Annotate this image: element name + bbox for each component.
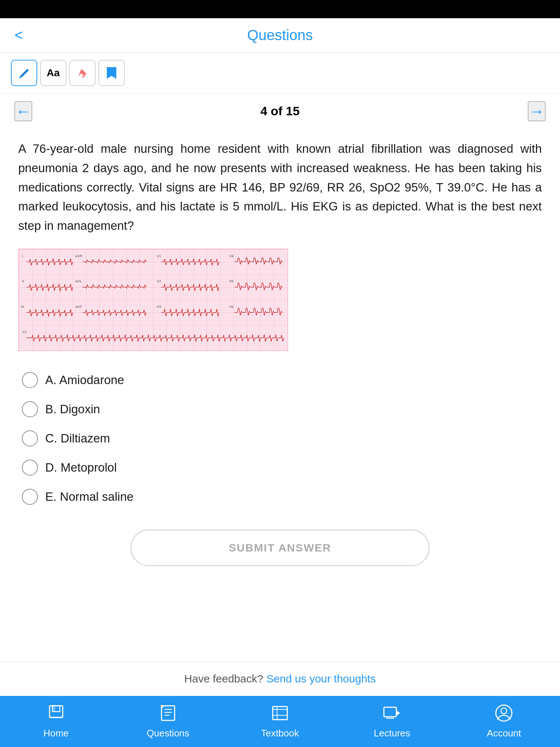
feedback-text: Have feedback? — [184, 673, 263, 685]
svg-rect-20 — [52, 706, 55, 712]
bookmark-button[interactable] — [98, 60, 125, 86]
option-e[interactable]: E. Normal saline — [18, 482, 542, 511]
svg-text:aVL: aVL — [75, 279, 82, 283]
radio-b[interactable] — [22, 401, 38, 417]
svg-text:V2: V2 — [157, 279, 162, 283]
feedback-bar: Have feedback? Send us your thoughts — [0, 661, 560, 696]
nav-textbook[interactable]: Textbook — [224, 704, 336, 739]
nav-home-label: Home — [43, 728, 69, 739]
svg-text:V5: V5 — [229, 279, 234, 283]
radio-d[interactable] — [22, 460, 38, 476]
status-bar — [0, 0, 560, 18]
svg-text:V1: V1 — [22, 330, 27, 334]
option-d-label: D. Metoprolol — [45, 461, 117, 475]
questions-icon — [159, 704, 177, 725]
feedback-link[interactable]: Send us your thoughts — [266, 673, 376, 685]
next-question-button[interactable]: → — [528, 101, 545, 121]
svg-rect-31 — [384, 707, 396, 717]
question-counter: 4 of 15 — [260, 104, 300, 118]
radio-c[interactable] — [22, 430, 38, 446]
svg-rect-22 — [162, 706, 175, 720]
bottom-navigation: Home Questions — [0, 696, 560, 747]
submit-container: SUBMIT ANSWER — [18, 530, 542, 566]
option-e-label: E. Normal saline — [45, 490, 133, 504]
question-text: A 76-year-old male nursing home resident… — [18, 139, 542, 236]
font-icon: Aa — [47, 67, 60, 79]
svg-marker-32 — [396, 710, 400, 716]
svg-rect-26 — [161, 705, 164, 708]
question-navigation: ← 4 of 15 → — [0, 94, 560, 128]
answer-options: A. Amiodarone B. Digoxin C. Diltiazem D.… — [18, 365, 542, 511]
toolbar: Aa — [0, 53, 560, 94]
lectures-icon — [383, 704, 401, 725]
svg-text:II: II — [22, 279, 24, 283]
header-title: Questions — [247, 27, 313, 43]
prev-question-button[interactable]: ← — [15, 101, 32, 121]
header: < Questions — [0, 18, 560, 53]
option-d[interactable]: D. Metoprolol — [18, 453, 542, 482]
textbook-icon — [271, 704, 289, 725]
nav-lectures-label: Lectures — [374, 728, 410, 739]
font-size-button[interactable]: Aa — [40, 60, 66, 86]
radio-e[interactable] — [22, 489, 38, 505]
nav-questions[interactable]: Questions — [112, 704, 224, 739]
svg-text:I: I — [22, 254, 23, 258]
ekg-image: I aVR V1 V4 II aVL V2 V5 III aVF V3 V6 V… — [18, 249, 288, 351]
svg-rect-27 — [273, 707, 287, 720]
submit-answer-button[interactable]: SUBMIT ANSWER — [131, 530, 429, 566]
nav-account[interactable]: Account — [448, 704, 560, 739]
svg-text:V6: V6 — [229, 305, 234, 309]
option-c-label: C. Diltiazem — [45, 431, 110, 445]
option-b[interactable]: B. Digoxin — [18, 395, 542, 424]
option-a-label: A. Amiodarone — [45, 373, 124, 387]
option-b-label: B. Digoxin — [45, 402, 100, 416]
home-icon — [47, 704, 65, 725]
option-a[interactable]: A. Amiodarone — [18, 365, 542, 395]
option-c[interactable]: C. Diltiazem — [18, 424, 542, 453]
radio-a[interactable] — [22, 372, 38, 388]
svg-text:V4: V4 — [229, 254, 234, 258]
nav-textbook-label: Textbook — [261, 728, 299, 739]
svg-text:aVF: aVF — [75, 305, 82, 309]
svg-point-35 — [501, 708, 507, 714]
svg-text:V1: V1 — [157, 254, 162, 258]
back-button[interactable]: < — [15, 27, 23, 43]
nav-home[interactable]: Home — [0, 704, 112, 739]
nav-lectures[interactable]: Lectures — [336, 704, 448, 739]
svg-text:V3: V3 — [157, 305, 162, 309]
pencil-button[interactable] — [11, 60, 37, 86]
nav-questions-label: Questions — [147, 728, 189, 739]
nav-account-label: Account — [487, 728, 521, 739]
question-content: A 76-year-old male nursing home resident… — [0, 128, 560, 599]
svg-text:aVR: aVR — [75, 254, 82, 258]
eraser-button[interactable] — [69, 60, 96, 86]
svg-text:III: III — [21, 305, 24, 309]
account-icon — [495, 704, 513, 725]
